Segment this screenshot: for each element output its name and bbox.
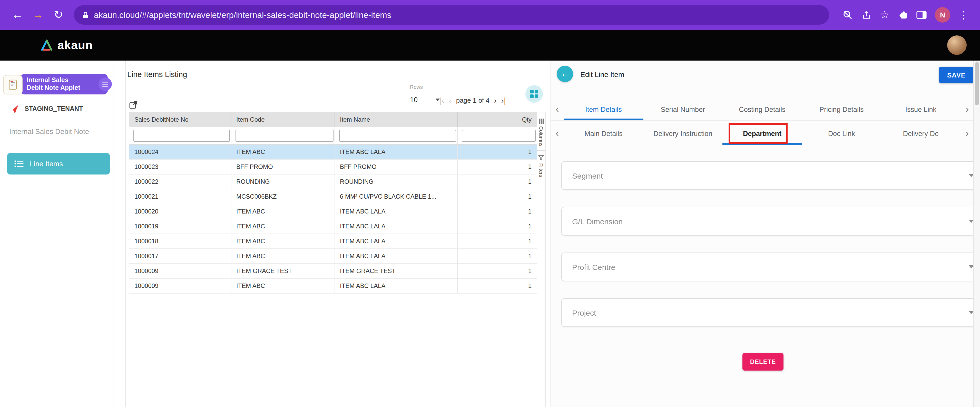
table-row[interactable]: 1000017 ITEM ABC ITEM ABC LALA 1 bbox=[129, 249, 537, 264]
grid-view-button[interactable] bbox=[525, 85, 543, 103]
page-indicator: page 1 of 4 bbox=[456, 96, 490, 104]
chevron-down-icon bbox=[969, 174, 974, 177]
cell-item-name: 6 MM² CU/PVC BLACK CABLE 1... bbox=[334, 189, 457, 204]
gl-dimension-select[interactable]: G/L Dimension bbox=[561, 207, 980, 235]
browser-back-icon[interactable]: ← bbox=[7, 8, 28, 22]
list-icon bbox=[14, 160, 24, 167]
tab-pricing-details[interactable]: Pricing Details bbox=[802, 99, 881, 120]
col-header-item-name[interactable]: Item Name bbox=[334, 112, 457, 127]
columns-toggle[interactable]: Columns bbox=[538, 119, 544, 146]
filter-sales-debitnote-no-input[interactable] bbox=[134, 130, 230, 141]
editor-title: Edit Line Item bbox=[580, 70, 624, 78]
prev-page-icon[interactable]: ‹ bbox=[449, 96, 452, 105]
tab-costing-details[interactable]: Costing Details bbox=[722, 99, 802, 120]
current-page: 1 bbox=[473, 96, 476, 104]
delete-button[interactable]: DELETE bbox=[743, 353, 783, 370]
cell-item-name: ITEM ABC LALA bbox=[334, 278, 457, 293]
expand-table-icon[interactable] bbox=[129, 100, 138, 110]
subtabs-scroll-right-icon[interactable]: › bbox=[961, 122, 974, 145]
browser-forward-icon[interactable]: → bbox=[28, 8, 48, 22]
rows-per-page-select[interactable]: 10 bbox=[407, 92, 441, 107]
extensions-puzzle-icon[interactable] bbox=[894, 10, 912, 20]
tab-doc-link[interactable]: Doc Link bbox=[802, 122, 881, 145]
cell-debit-note-no: 1000024 bbox=[129, 145, 231, 159]
project-select[interactable]: Project bbox=[561, 298, 980, 327]
table-row[interactable]: 1000009 ITEM GRACE TEST ITEM GRACE TEST … bbox=[129, 264, 537, 278]
first-page-icon[interactable]: |‹ bbox=[440, 96, 444, 105]
filter-funnel-icon bbox=[538, 155, 544, 161]
segment-label: Segment bbox=[572, 171, 603, 180]
browser-profile-avatar[interactable]: N bbox=[935, 7, 950, 22]
back-button[interactable]: ← bbox=[557, 66, 573, 82]
scrollbar-thumb[interactable] bbox=[975, 62, 979, 105]
cell-item-code: ITEM ABC bbox=[231, 145, 334, 159]
tabs-scroll-left-icon[interactable]: ‹ bbox=[550, 99, 564, 120]
cell-item-code: MCSC006BKZ bbox=[231, 189, 334, 204]
edit-line-item-panel: ← Edit Line Item SAVE ‹ Item Details Ser… bbox=[550, 60, 974, 407]
filters-toggle[interactable]: Filters bbox=[538, 155, 544, 177]
sidebar-item-line-items[interactable]: Line Items bbox=[7, 153, 110, 175]
tab-main-details[interactable]: Main Details bbox=[564, 122, 643, 145]
chevron-down-icon bbox=[969, 266, 974, 269]
rows-label: Rows bbox=[410, 84, 423, 90]
table-filter-row bbox=[129, 127, 537, 145]
tabs-scroll-right-icon[interactable]: › bbox=[961, 99, 974, 120]
filter-item-name-input[interactable] bbox=[339, 130, 456, 141]
cell-item-name: ITEM ABC LALA bbox=[334, 219, 457, 234]
module-name: Internal Sales Debit Note bbox=[9, 127, 89, 135]
tab-serial-number[interactable]: Serial Number bbox=[643, 99, 722, 120]
cell-item-code: ITEM ABC bbox=[231, 278, 334, 293]
cell-debit-note-no: 1000019 bbox=[129, 219, 231, 234]
subtabs-scroll-left-icon[interactable]: ‹ bbox=[550, 122, 564, 145]
user-avatar[interactable] bbox=[947, 35, 967, 55]
strip-divider bbox=[537, 151, 545, 151]
tab-department[interactable]: Department bbox=[722, 122, 802, 145]
col-header-qty[interactable]: Qty bbox=[457, 112, 537, 127]
next-page-icon[interactable]: › bbox=[494, 96, 497, 105]
save-button[interactable]: SAVE bbox=[939, 67, 974, 83]
cell-qty: 1 bbox=[457, 234, 537, 249]
side-panel-icon[interactable] bbox=[912, 10, 931, 19]
tab-item-details[interactable]: Item Details bbox=[564, 99, 643, 120]
search-icon[interactable] bbox=[838, 10, 857, 20]
table-row[interactable]: 1000022 ROUNDING ROUNDING 1 bbox=[129, 174, 537, 189]
table-row[interactable]: 1000018 ITEM ABC ITEM ABC LALA 1 bbox=[129, 234, 537, 249]
table-row[interactable]: 1000021 MCSC006BKZ 6 MM² CU/PVC BLACK CA… bbox=[129, 189, 537, 204]
col-header-item-code[interactable]: Item Code bbox=[231, 112, 334, 127]
cell-debit-note-no: 1000023 bbox=[129, 159, 231, 174]
last-page-icon[interactable]: ›| bbox=[501, 96, 506, 105]
browser-reload-icon[interactable]: ↻ bbox=[48, 8, 69, 22]
page-root: ← → ↻ akaun.cloud/#/applets/tnt/wavelet/… bbox=[0, 0, 980, 407]
page-scrollbar[interactable] bbox=[973, 60, 980, 407]
bookmark-star-icon[interactable]: ☆ bbox=[875, 9, 894, 21]
filter-item-code-input[interactable] bbox=[235, 130, 333, 141]
cell-item-code: ROUNDING bbox=[231, 174, 334, 189]
segment-select[interactable]: Segment bbox=[561, 161, 980, 190]
project-label: Project bbox=[572, 308, 596, 317]
table-row[interactable]: 1000023 BFF PROMO BFF PROMO 1 bbox=[129, 159, 537, 174]
browser-menu-kebab-icon[interactable]: ⋮ bbox=[955, 9, 973, 21]
applet-menu-icon[interactable] bbox=[99, 78, 112, 91]
table-row[interactable]: 1000009 ITEM ABC ITEM ABC LALA 1 bbox=[129, 278, 537, 293]
tab-delivery-instruction[interactable]: Delivery Instruction bbox=[643, 122, 722, 145]
table-row[interactable]: 1000024 ITEM ABC ITEM ABC LALA 1 bbox=[129, 145, 537, 159]
columns-icon bbox=[538, 119, 544, 124]
profit-centre-label: Profit Centre bbox=[572, 262, 615, 271]
cell-debit-note-no: 1000021 bbox=[129, 189, 231, 204]
rows-per-page-value: 10 bbox=[410, 96, 418, 103]
sidebar: Internal Sales Debit Note Applet STAGING… bbox=[0, 60, 113, 407]
share-icon[interactable] bbox=[857, 10, 875, 20]
table-row[interactable]: 1000019 ITEM ABC ITEM ABC LALA 1 bbox=[129, 219, 537, 234]
tab-delivery-details[interactable]: Delivery De bbox=[881, 122, 961, 145]
tab-issue-link[interactable]: Issue Link bbox=[881, 99, 961, 120]
table-row[interactable]: 1000020 ITEM ABC ITEM ABC LALA 1 bbox=[129, 204, 537, 219]
filter-qty-input[interactable] bbox=[461, 130, 536, 141]
address-bar[interactable]: akaun.cloud/#/applets/tnt/wavelet/erp/in… bbox=[74, 5, 829, 25]
sidebar-item-tenant[interactable]: STAGING_TENANT bbox=[8, 104, 83, 114]
profit-centre-select[interactable]: Profit Centre bbox=[561, 253, 980, 281]
cell-item-name: ITEM ABC LALA bbox=[334, 145, 457, 159]
sidebar-item-applet[interactable]: Internal Sales Debit Note Applet bbox=[21, 74, 108, 94]
line-items-listing-panel: Line Items Listing Rows 10 |‹ ‹ page 1 o… bbox=[125, 60, 546, 407]
filters-label: Filters bbox=[538, 164, 544, 177]
col-header-sales-debitnote-no[interactable]: Sales DebitNote No bbox=[129, 112, 231, 127]
